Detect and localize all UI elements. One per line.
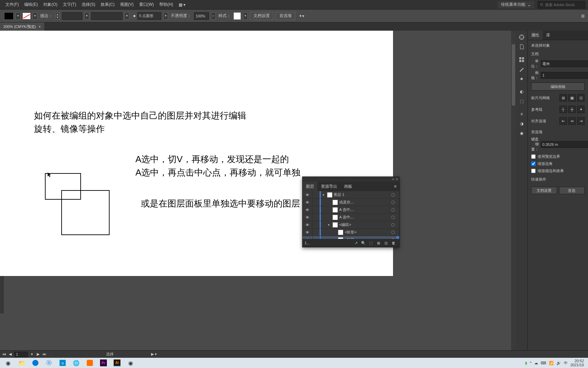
tab-artboards[interactable]: 画板 bbox=[341, 182, 356, 191]
profile-dropdown[interactable]: ▼ bbox=[125, 12, 129, 20]
clip-icon[interactable]: ⬚ bbox=[367, 240, 375, 246]
color-panel-icon[interactable] bbox=[517, 33, 526, 42]
artboard-nav-dropdown[interactable]: ▾ bbox=[29, 352, 35, 356]
layer-name[interactable]: 或是在... bbox=[339, 200, 390, 205]
menu-help[interactable]: 帮助(H) bbox=[157, 2, 176, 7]
visibility-icon[interactable]: 👁 bbox=[303, 236, 313, 239]
menu-window[interactable]: 窗口(W) bbox=[136, 2, 157, 7]
lock-cell[interactable] bbox=[313, 221, 320, 228]
delete-layer-icon[interactable]: 🗑 bbox=[390, 240, 397, 246]
lock-cell[interactable] bbox=[313, 214, 320, 221]
ie-icon[interactable]: ⓔ bbox=[42, 358, 56, 368]
profile-input[interactable] bbox=[91, 12, 122, 20]
style-swatch[interactable] bbox=[233, 12, 241, 20]
target-icon[interactable] bbox=[390, 231, 396, 234]
target-icon[interactable] bbox=[390, 201, 396, 204]
visibility-icon[interactable]: 👁 bbox=[303, 221, 313, 228]
last-artboard-icon[interactable]: ⏭ bbox=[42, 352, 47, 356]
workspace-selector[interactable]: 传统基本功能 ⌄ bbox=[497, 1, 534, 9]
layer-name[interactable]: <矩形> bbox=[345, 230, 390, 235]
volume-icon[interactable]: 🔊 bbox=[556, 361, 561, 365]
search-input[interactable] bbox=[545, 3, 583, 7]
twisty-icon[interactable]: ▾ bbox=[321, 193, 326, 197]
fill-swatch[interactable] bbox=[4, 12, 14, 20]
prefs-button[interactable]: 首选项 bbox=[276, 12, 295, 20]
arrange-docs-icon[interactable]: ▦ ▾ bbox=[176, 2, 188, 7]
next-artboard-icon[interactable]: ▶ bbox=[35, 352, 41, 356]
clock[interactable]: 20:52 2021/10 bbox=[570, 359, 584, 367]
stroke-panel-icon[interactable]: ≡ bbox=[517, 110, 526, 119]
doc-tab[interactable]: 200% (CMYK/预览) × bbox=[0, 22, 44, 31]
target-icon[interactable] bbox=[390, 238, 396, 239]
browser-icon[interactable] bbox=[83, 358, 97, 368]
style-dropdown[interactable]: ▼ bbox=[243, 12, 248, 20]
rectangle-2[interactable] bbox=[61, 190, 110, 235]
units-select[interactable] bbox=[541, 60, 588, 67]
layer-name[interactable]: <编组> bbox=[339, 222, 390, 227]
symbols-icon[interactable]: ♣ bbox=[517, 74, 526, 83]
scale-strokes-checkbox[interactable] bbox=[531, 169, 536, 173]
guide1-icon[interactable]: ┼ bbox=[559, 106, 567, 113]
lock-cell[interactable] bbox=[313, 199, 320, 206]
tab-properties[interactable]: 属性 bbox=[528, 31, 543, 40]
keyboard-icon[interactable]: ⌨ bbox=[541, 361, 546, 365]
artboard-nav-input[interactable] bbox=[14, 352, 28, 357]
layers-panel[interactable]: « × 图层 资源导出 画板 ≡ 👁▾图层 1👁或是在...👁A 选中,...👁… bbox=[302, 177, 399, 247]
artboard-select[interactable] bbox=[541, 72, 588, 79]
panel-menu-icon[interactable]: ≡ bbox=[391, 184, 399, 189]
battery-icon[interactable]: ▮ bbox=[525, 361, 527, 365]
locate-icon[interactable]: 🔍 bbox=[360, 240, 367, 246]
layer-row[interactable]: 👁A 选中,... bbox=[303, 206, 399, 214]
menu-select[interactable]: 选择(S) bbox=[79, 2, 98, 7]
chrome-icon[interactable]: 🌐 bbox=[69, 358, 83, 368]
tab-asset-export[interactable]: 资源导出 bbox=[317, 182, 341, 191]
target-icon[interactable] bbox=[390, 193, 396, 197]
align2-icon[interactable]: ⇔ bbox=[568, 117, 576, 125]
use-preview-checkbox[interactable] bbox=[531, 154, 536, 159]
page-panel-icon[interactable] bbox=[517, 42, 526, 51]
quick-pref-button[interactable]: 首选 bbox=[559, 187, 585, 194]
doc-setup-button[interactable]: 文档设置 bbox=[250, 12, 274, 20]
fill-dropdown[interactable]: ▼ bbox=[16, 12, 20, 20]
app2-icon[interactable]: u bbox=[56, 358, 69, 368]
stroke-weight-input[interactable] bbox=[62, 12, 82, 20]
illustrator-icon[interactable]: Ai bbox=[110, 358, 124, 368]
menu-file[interactable]: 文件(F) bbox=[3, 2, 21, 7]
status-play-icon[interactable]: ▶ ▾ bbox=[151, 352, 157, 356]
first-artboard-icon[interactable]: ⏮ bbox=[1, 352, 7, 356]
brush-input[interactable] bbox=[137, 12, 161, 20]
opacity-dropdown[interactable]: > bbox=[211, 12, 216, 20]
layer-row[interactable]: 👁<矩形> bbox=[303, 236, 399, 239]
visibility-icon[interactable]: 👁 bbox=[303, 191, 313, 198]
close-panel-icon[interactable]: × bbox=[396, 178, 398, 181]
lock-cell[interactable] bbox=[313, 229, 320, 236]
layer-row[interactable]: 👁▾图层 1 bbox=[303, 191, 399, 199]
visibility-icon[interactable]: 👁 bbox=[303, 229, 313, 236]
quick-doc-button[interactable]: 文档设置 bbox=[531, 187, 557, 194]
lock-cell[interactable] bbox=[313, 191, 320, 198]
stroke-dropdown[interactable]: ▼ bbox=[33, 12, 37, 20]
appearance-icon[interactable]: ◉ bbox=[517, 129, 526, 138]
search-stock[interactable] bbox=[538, 1, 585, 9]
app1-icon[interactable] bbox=[29, 358, 42, 368]
layer-row[interactable]: 👁<矩形> bbox=[303, 229, 399, 236]
transparency-icon[interactable]: ◑ bbox=[517, 119, 526, 128]
menu-type[interactable]: 文字(T) bbox=[60, 2, 79, 7]
layer-name[interactable]: A 选中,... bbox=[339, 207, 390, 212]
layer-row[interactable]: 👁A 选中,... bbox=[303, 214, 399, 221]
prev-artboard-icon[interactable]: ◀ bbox=[7, 352, 13, 356]
stroke-weight-spinner[interactable]: ▲▼ bbox=[55, 13, 60, 19]
key-incr-input[interactable] bbox=[541, 141, 588, 148]
wifi-icon[interactable]: 📶 bbox=[549, 361, 554, 365]
layer-row[interactable]: 👁或是在... bbox=[303, 199, 399, 206]
stroke-swatch[interactable] bbox=[22, 13, 31, 19]
layer-name[interactable]: A 选中,... bbox=[339, 215, 390, 220]
target-icon[interactable] bbox=[390, 223, 396, 227]
layer-name[interactable]: <矩形> bbox=[345, 237, 390, 239]
edit-artboard-button[interactable]: 编辑画板 bbox=[531, 82, 585, 91]
new-layer-icon[interactable]: ⊡ bbox=[382, 240, 390, 246]
align1-icon[interactable]: ⇤ bbox=[559, 117, 567, 125]
align3-icon[interactable]: ⇥ bbox=[577, 117, 585, 125]
guide3-icon[interactable]: ✦ bbox=[577, 106, 585, 113]
close-tab-icon[interactable]: × bbox=[38, 25, 40, 29]
